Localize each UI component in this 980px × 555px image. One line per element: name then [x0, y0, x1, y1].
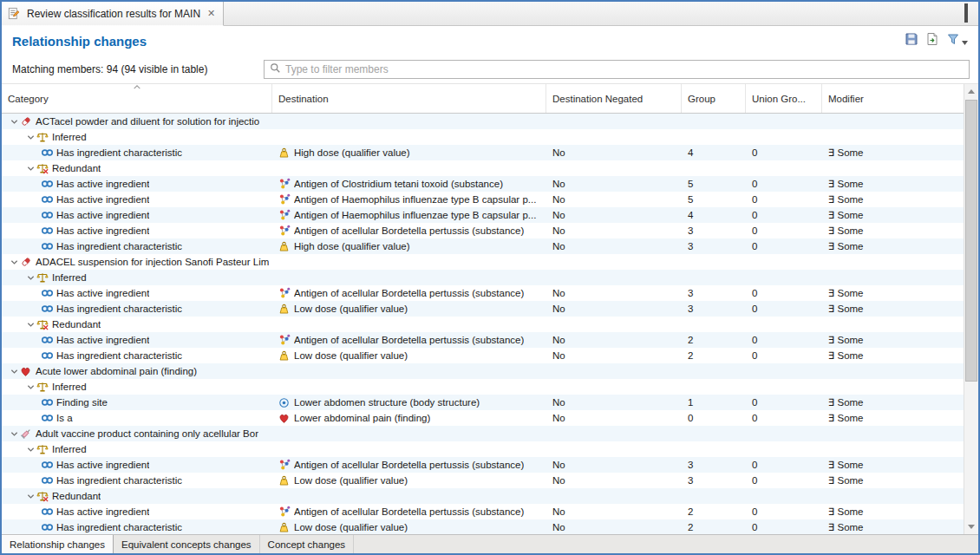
expand-chevron-icon[interactable]	[24, 493, 36, 500]
column-header-union-gro[interactable]: Union Gro...	[746, 84, 822, 113]
editor-tab-classification-results[interactable]: Review classification results for MAIN ✕	[2, 2, 224, 26]
bottom-tab-relationship-changes[interactable]: Relationship changes	[2, 535, 114, 553]
relationship-icon	[41, 226, 56, 235]
destination-negated-cell	[546, 317, 682, 332]
filter-members-input[interactable]	[285, 63, 964, 75]
table-row[interactable]: Redundant	[2, 160, 964, 176]
relationship-icon	[41, 180, 56, 188]
inferred-icon	[36, 381, 52, 393]
scrollbar-thumb[interactable]	[965, 100, 977, 382]
table-row[interactable]: Has active ingredientAntigen of Clostrid…	[2, 176, 964, 192]
expand-chevron-icon[interactable]	[8, 368, 20, 375]
expand-chevron-icon[interactable]	[8, 430, 20, 438]
destination-negated-cell	[546, 488, 682, 504]
bottom-tabbar: Relationship changesEquivalent concepts …	[2, 534, 978, 553]
destination-negated-cell: No	[546, 395, 682, 410]
table-row[interactable]: Has active ingredientAntigen of Haemophi…	[2, 192, 964, 207]
bottom-tab-concept-changes[interactable]: Concept changes	[260, 535, 355, 553]
table-row[interactable]: Has ingredient characteristicLow dose (q…	[2, 519, 964, 534]
table-row[interactable]: Inferred	[2, 270, 964, 285]
table-row[interactable]: Redundant	[2, 488, 964, 504]
table-row[interactable]: Acute lower abdominal pain (finding)	[2, 363, 964, 379]
expand-chevron-icon[interactable]	[24, 274, 36, 282]
column-header-modifier[interactable]: Modifier	[822, 84, 964, 113]
destination-negated-cell	[546, 441, 682, 457]
destination-cell: Antigen of Haemophilus influenzae type B…	[272, 207, 546, 223]
destination-label: Low dose (qualifier value)	[294, 522, 408, 532]
table-row[interactable]: Is aLower abdominal pain (finding)No00∃ …	[2, 410, 964, 426]
table-row[interactable]: Has active ingredientAntigen of acellula…	[2, 457, 964, 473]
destination-negated-cell: No	[546, 192, 682, 207]
table-row[interactable]: Has ingredient characteristicHigh dose (…	[2, 145, 964, 160]
table-row[interactable]: Inferred	[2, 129, 964, 145]
column-header-group[interactable]: Group	[682, 84, 746, 113]
union-group-cell: 0	[746, 238, 822, 254]
table-row[interactable]: Has ingredient characteristicLow dose (q…	[2, 348, 964, 363]
bottom-tab-equivalent-concepts-changes[interactable]: Equivalent concepts changes	[114, 535, 260, 553]
modifier-cell	[822, 160, 964, 176]
export-button[interactable]	[925, 32, 939, 49]
union-group-cell	[746, 488, 822, 504]
modifier-cell: ∃ Some	[822, 473, 964, 488]
union-group-cell: 0	[746, 332, 822, 348]
tab-close-icon[interactable]: ✕	[207, 8, 215, 19]
modifier-cell	[822, 488, 964, 504]
table-row[interactable]: Has active ingredientAntigen of acellula…	[2, 332, 964, 348]
category-label: Redundant	[52, 491, 101, 501]
destination-cell	[272, 441, 546, 457]
category-label: Has ingredient characteristic	[56, 241, 182, 251]
union-group-cell	[746, 129, 822, 145]
table-row[interactable]: Inferred	[2, 441, 964, 457]
destination-label: Lower abdomen structure (body structure)	[294, 397, 480, 408]
table-row[interactable]: Has ingredient characteristicLow dose (q…	[2, 301, 964, 317]
table-row[interactable]: Has active ingredientAntigen of acellula…	[2, 285, 964, 301]
table-row[interactable]: Redundant	[2, 317, 964, 332]
scroll-down-button[interactable]	[964, 519, 978, 534]
destination-negated-cell: No	[546, 285, 682, 301]
maximize-button[interactable]	[964, 6, 968, 22]
column-header-destination[interactable]: Destination	[272, 84, 546, 113]
modifier-cell	[822, 254, 964, 270]
vertical-scrollbar[interactable]	[964, 84, 978, 534]
group-cell: 3	[682, 473, 746, 488]
table-row[interactable]: Inferred	[2, 379, 964, 395]
union-group-cell	[746, 270, 822, 285]
matching-members-label: Matching members: 94 (94 visible in tabl…	[12, 63, 264, 75]
substance-icon	[278, 225, 294, 237]
category-label: Inferred	[52, 444, 87, 454]
table-row[interactable]: ACTacel powder and diluent for solution …	[2, 114, 964, 129]
column-header-category[interactable]: Category	[2, 84, 272, 113]
save-button[interactable]	[905, 32, 918, 49]
filter-search-box[interactable]	[264, 60, 970, 79]
table-row[interactable]: Has active ingredientAntigen of acellula…	[2, 223, 964, 238]
destination-cell: Antigen of acellular Bordetella pertussi…	[272, 223, 546, 238]
table-row[interactable]: Has active ingredientAntigen of Haemophi…	[2, 207, 964, 223]
table-row[interactable]: ADACEL suspension for injection Sanofi P…	[2, 254, 964, 270]
table-row[interactable]: Has ingredient characteristicHigh dose (…	[2, 238, 964, 254]
column-header-destination-negated[interactable]: Destination Negated	[546, 84, 682, 113]
filter-button[interactable]	[946, 32, 968, 49]
destination-negated-cell	[546, 379, 682, 395]
table-row[interactable]: Finding siteLower abdomen structure (bod…	[2, 395, 964, 410]
expand-chevron-icon[interactable]	[24, 134, 36, 141]
expand-chevron-icon[interactable]	[24, 446, 36, 454]
destination-label: Antigen of acellular Bordetella pertussi…	[294, 506, 524, 517]
table-row[interactable]: Has active ingredientAntigen of acellula…	[2, 504, 964, 519]
category-label: ADACEL suspension for injection Sanofi P…	[36, 257, 269, 267]
expand-chevron-icon[interactable]	[8, 118, 20, 126]
relationship-icon	[41, 398, 56, 407]
table-row[interactable]: Adult vaccine product containing only ac…	[2, 426, 964, 441]
expand-chevron-icon[interactable]	[24, 383, 36, 391]
expand-chevron-icon[interactable]	[24, 165, 36, 173]
table-row[interactable]: Has ingredient characteristicLow dose (q…	[2, 473, 964, 488]
expand-chevron-icon[interactable]	[8, 258, 20, 266]
window-controls	[954, 2, 978, 25]
modifier-cell	[822, 270, 964, 285]
inferred-icon	[36, 131, 52, 143]
union-group-cell: 0	[746, 473, 822, 488]
expand-chevron-icon[interactable]	[24, 321, 36, 329]
scroll-up-button[interactable]	[964, 84, 978, 99]
destination-cell: Lower abdomen structure (body structure)	[272, 395, 546, 410]
app-window: Review classification results for MAIN ✕…	[0, 0, 980, 555]
relationship-icon	[41, 242, 56, 251]
